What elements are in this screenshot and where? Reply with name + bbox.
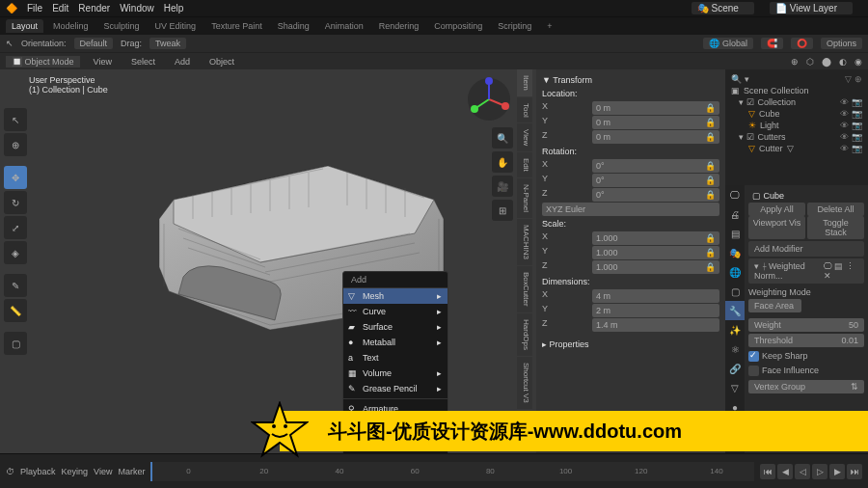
timeline-keying[interactable]: Keying — [62, 467, 89, 476]
transform-orientation[interactable]: 🌐 Global — [703, 38, 753, 49]
weight-field[interactable]: Weight50 — [748, 318, 864, 332]
orientation-dropdown[interactable]: Default — [74, 38, 114, 49]
keep-sharp-check[interactable]: Keep Sharp — [748, 349, 864, 364]
timeline-playback[interactable]: Playback — [20, 467, 56, 476]
tab-item[interactable]: Item — [517, 69, 532, 96]
add-text[interactable]: aText — [343, 350, 448, 366]
add-metaball[interactable]: ●Metaball▸ — [343, 335, 448, 350]
loc-y[interactable]: 0 m🔒 — [592, 116, 719, 129]
outliner-light[interactable]: ☀ Light👁 📷 — [729, 120, 864, 131]
transform-header[interactable]: ▼ Transform — [542, 73, 719, 87]
next-key-icon[interactable]: ▶ — [829, 464, 845, 479]
tool-annotate[interactable]: ✎ — [4, 274, 27, 297]
add-curve[interactable]: 〰Curve▸ — [343, 304, 448, 319]
overlay-icon[interactable]: ⊕ — [791, 57, 799, 67]
drag-dropdown[interactable]: Tweak — [149, 38, 186, 49]
loc-x[interactable]: 0 m🔒 — [592, 101, 719, 115]
tool-select[interactable]: ↖ — [4, 108, 27, 131]
tool-rotate[interactable]: ↻ — [4, 191, 27, 214]
tool-scale[interactable]: ⤢ — [4, 216, 27, 239]
face-influence-check[interactable]: Face Influence — [748, 364, 864, 378]
menu-add[interactable]: Add — [169, 56, 196, 68]
threshold-field[interactable]: Threshold0.01 — [748, 334, 864, 347]
play-icon[interactable]: ▷ — [812, 464, 827, 479]
tool-addcube[interactable]: ▢ — [4, 332, 27, 355]
tab-tool[interactable]: Tool — [517, 97, 532, 123]
mode-selector[interactable]: 🔲 Object Mode — [6, 56, 80, 68]
tab-object-icon[interactable]: ▢ — [725, 282, 745, 301]
tab-boxcutter[interactable]: BoxCutter — [517, 266, 532, 312]
menu-file[interactable]: File — [27, 3, 42, 14]
tab-modifier-icon[interactable]: 🔧 — [725, 301, 745, 320]
loc-z[interactable]: 0 m🔒 — [592, 130, 719, 144]
menu-render[interactable]: Render — [78, 3, 110, 14]
delete-all-button[interactable]: Delete All — [807, 203, 864, 216]
tab-world-icon[interactable]: 🌐 — [725, 262, 745, 282]
shading-material-icon[interactable]: ◐ — [839, 57, 847, 67]
apply-all-button[interactable]: Apply All — [748, 203, 805, 216]
timeline-view[interactable]: View — [94, 467, 112, 476]
tab-rendering[interactable]: Rendering — [373, 19, 425, 33]
add-mesh[interactable]: ▽Mesh▸ — [343, 288, 448, 304]
rot-x[interactable]: 0°🔒 — [592, 159, 719, 173]
tab-npanel[interactable]: N-Panel — [517, 178, 532, 218]
dim-y[interactable]: 2 m — [592, 304, 719, 317]
tab-shading[interactable]: Shading — [272, 19, 315, 33]
dim-z[interactable]: 1.4 m — [592, 318, 719, 332]
tab-add[interactable]: + — [541, 19, 557, 33]
add-image[interactable]: ▣Image▸ — [343, 452, 448, 453]
add-volume[interactable]: ▦Volume▸ — [343, 366, 448, 381]
3d-viewport[interactable]: User Perspective (1) Collection | Cube ↖… — [0, 69, 725, 453]
dim-x[interactable]: 4 m — [592, 289, 719, 303]
proportional-toggle[interactable]: ⭕ — [791, 38, 813, 49]
tool-measure[interactable]: 📏 — [4, 299, 27, 322]
properties-header[interactable]: ▸ Properties — [542, 338, 719, 351]
tab-particle-icon[interactable]: ✨ — [725, 320, 745, 339]
prev-key-icon[interactable]: ◀ — [777, 464, 793, 479]
tab-animation[interactable]: Animation — [319, 19, 369, 33]
add-greasepencil[interactable]: ✎Grease Pencil▸ — [343, 381, 448, 396]
collection[interactable]: ▾ ☑ Collection👁 📷 — [729, 96, 864, 108]
scene-selector[interactable]: 🎭 Scene — [692, 2, 754, 14]
tab-layout[interactable]: Layout — [6, 19, 43, 33]
shading-solid-icon[interactable]: ⬤ — [822, 57, 831, 67]
outliner-cube[interactable]: ▽ Cube👁 📷 — [729, 108, 864, 120]
tab-physics-icon[interactable]: ⚛ — [725, 339, 745, 359]
timeline-icon[interactable]: ⏱ — [6, 467, 14, 476]
viewport-vis-button[interactable]: Viewport Vis — [748, 216, 805, 239]
tab-scripting[interactable]: Scripting — [492, 19, 537, 33]
tool-move[interactable]: ✥ — [4, 166, 27, 189]
zoom-icon[interactable]: 🔍 — [492, 127, 513, 149]
snap-toggle[interactable]: 🧲 — [761, 38, 783, 49]
outliner-filter[interactable]: 🔍 ▾ ▽ ⊕ — [729, 73, 864, 85]
tab-shortcut[interactable]: Shortcut V3 — [517, 357, 532, 409]
viewlayer-selector[interactable]: 📄 View Layer — [770, 2, 853, 14]
menu-window[interactable]: Window — [120, 3, 154, 14]
perspective-icon[interactable]: ⊞ — [492, 200, 513, 221]
add-modifier-dropdown[interactable]: Add Modifier — [748, 241, 864, 257]
tab-compositing[interactable]: Compositing — [428, 19, 488, 33]
nav-gizmo[interactable] — [465, 75, 513, 123]
tab-sculpting[interactable]: Sculpting — [98, 19, 146, 33]
weighting-mode-dropdown[interactable]: Face Area — [748, 299, 801, 312]
tab-scene-icon[interactable]: 🎭 — [725, 243, 745, 262]
tab-uv[interactable]: UV Editing — [149, 19, 203, 33]
menu-view[interactable]: View — [88, 56, 118, 68]
tool-transform[interactable]: ◈ — [4, 241, 27, 264]
timeline-marker[interactable]: Marker — [118, 467, 145, 476]
tab-machin3[interactable]: MACHIN3 — [517, 219, 532, 265]
menu-object[interactable]: Object — [203, 56, 240, 68]
vertex-group-field[interactable]: Vertex Group⇅ — [748, 380, 864, 393]
menu-select[interactable]: Select — [125, 56, 161, 68]
pan-icon[interactable]: ✋ — [492, 151, 513, 173]
tab-data-icon[interactable]: ▽ — [725, 378, 745, 397]
play-rev-icon[interactable]: ◁ — [795, 464, 810, 479]
camera-icon[interactable]: 🎥 — [492, 176, 513, 197]
tab-view[interactable]: View — [517, 123, 532, 151]
jump-end-icon[interactable]: ⏭ — [847, 464, 862, 479]
toggle-stack-button[interactable]: Toggle Stack — [807, 216, 864, 239]
jump-start-icon[interactable]: ⏮ — [760, 464, 775, 479]
scene-collection[interactable]: ▣ Scene Collection — [729, 85, 864, 96]
menu-edit[interactable]: Edit — [52, 3, 68, 14]
options-dropdown[interactable]: Options — [821, 38, 862, 49]
